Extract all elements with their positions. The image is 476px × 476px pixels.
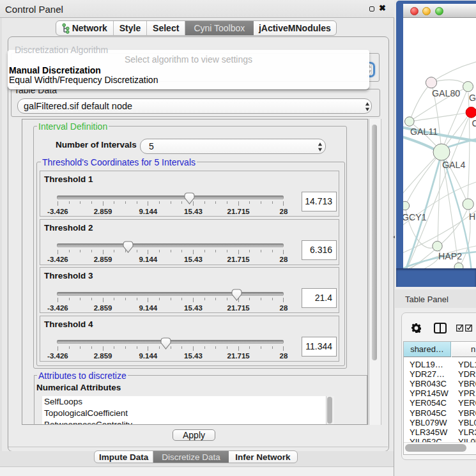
svg-text:H: H (469, 211, 475, 222)
svg-text:GAL11: GAL11 (410, 127, 438, 137)
svg-text:C: C (472, 118, 476, 128)
svg-text:HAP2: HAP2 (438, 251, 462, 261)
svg-text:GCY1: GCY1 (403, 212, 427, 222)
svg-text:GA: GA (469, 93, 476, 103)
svg-text:GAL80: GAL80 (432, 88, 460, 98)
svg-text:GAL4: GAL4 (442, 160, 465, 170)
